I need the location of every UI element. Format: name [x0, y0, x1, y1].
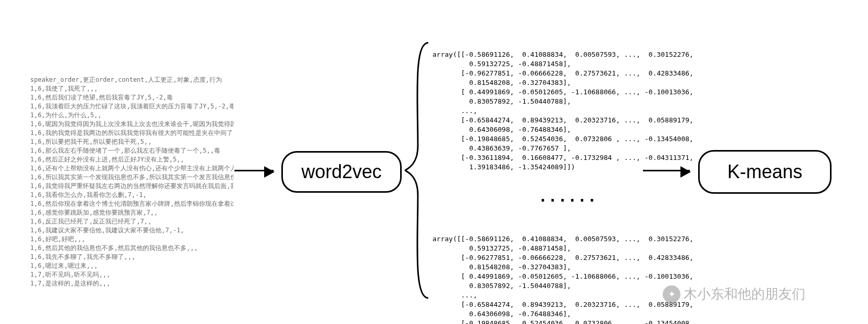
raw-data-line: 1,6,那么我左右手随便堵了一个,那么我左右手随便毒了一个,5,,毒 [30, 146, 233, 155]
arrow-to-word2vec [234, 170, 274, 171]
arrow-to-kmeans [643, 170, 690, 171]
raw-data-line: 1,6,我觉得我严重怀疑我左右两边的当然理解你还要发言吗就在我后面,我觉得我严 [30, 182, 233, 191]
watermark: ✦ 木小东和他的朋友们 [663, 285, 805, 303]
raw-data-line: 1,6,所以要把我干死,所以要把我干死,5,, [30, 138, 233, 146]
raw-data-line: 1,6,我的我觉得是我两边的所以我我觉得我有很大的可能性是夹在中间了,我的我觉 [30, 129, 233, 138]
raw-data-line: 1,6,我顶着巨大的压力忙碌了这块,我顶着巨大的压力盲毒了JY,5,-2,毒 [30, 102, 233, 111]
raw-data-line: 1,6,然后我们读了绝望,然后我盲毒了JY,5,-2,毒 [30, 93, 233, 102]
raw-data-line: 1,6,我建议大家不要信他,我建议大家不要信他,7,-1, [30, 226, 233, 235]
ellipsis-label: ······ [495, 196, 641, 205]
watermark-text: 木小东和他的朋友们 [684, 285, 805, 303]
kmeans-box: K-means [698, 150, 832, 194]
raw-data-line: 1,6,我使了,我死了,,, [30, 84, 233, 93]
raw-data-line: 1,6,然后你现在拿着这个博士伦清朗预言家小牌牌,然后李锦你现在拿着这个博士伦 [30, 200, 233, 208]
raw-data-line: 1,6,所以我其实第一个发现我信息也不多,所以我其实第一个发言我信息也不多,,, [30, 173, 233, 182]
raw-data-line: 1,6,呢因为我觉得因为我上次没来我上次去也没来谁会干,呢因为我觉得因为我上次 [30, 120, 233, 129]
arrays-block: array([[-0.58691126, 0.41088834, 0.00507… [432, 31, 641, 324]
diagram-canvas: speaker_order,更正order,content,人工更正,对象,态度… [0, 0, 868, 324]
left-brace-icon [403, 42, 429, 299]
raw-data-line: 1,6,为什么,为什么,5,, [30, 111, 233, 120]
raw-data-line: 1,6,然后正好之外没有上进,然后正好JY没有上警,5,, [30, 155, 233, 164]
raw-data-line: speaker_order,更正order,content,人工更正,对象,态度… [30, 76, 233, 84]
word2vec-box: word2vec [281, 151, 402, 193]
raw-data-line: 1,6,嗯过来,嗯过来,,, [30, 261, 233, 270]
raw-data-line: 1,6,然后其他的我信息也不多,然后其他的我信息也不多,,, [30, 244, 233, 253]
raw-data-line: 1,6,还有个上帮助没有上就两个人没有伤心,还有个少帮主没有上就两个人没有上警 [30, 164, 233, 173]
raw-data-line: 1,6,感觉你要跳跃加,感觉你要跳预言家,7,, [30, 208, 233, 217]
raw-data-line: 1,6,反正我已经死了,反正我已经死了,7,, [30, 217, 233, 226]
wechat-icon: ✦ [663, 285, 680, 303]
raw-data-line: 1,6,好吧,好吧,,, [30, 235, 233, 244]
raw-data-line: 1,6,我看你怎么办,我看你怎么删,7,-1, [30, 191, 233, 200]
raw-data-line: 1,7,听不见吗,听不见吗,,, [30, 270, 233, 279]
array-output-2: array([[-0.58691126, 0.41088834, 0.00507… [432, 234, 641, 324]
raw-data-line: 1,7,是这样的,是这样的,,, [30, 279, 233, 288]
raw-data-line: 1,6,我先不多聊了,我先不多聊了,,, [30, 253, 233, 261]
raw-data-block: speaker_order,更正order,content,人工更正,对象,态度… [30, 76, 233, 288]
array-output-1: array([[-0.58691126, 0.41088834, 0.00507… [432, 50, 641, 172]
kmeans-label: K-means [727, 161, 802, 183]
word2vec-label: word2vec [301, 161, 381, 183]
